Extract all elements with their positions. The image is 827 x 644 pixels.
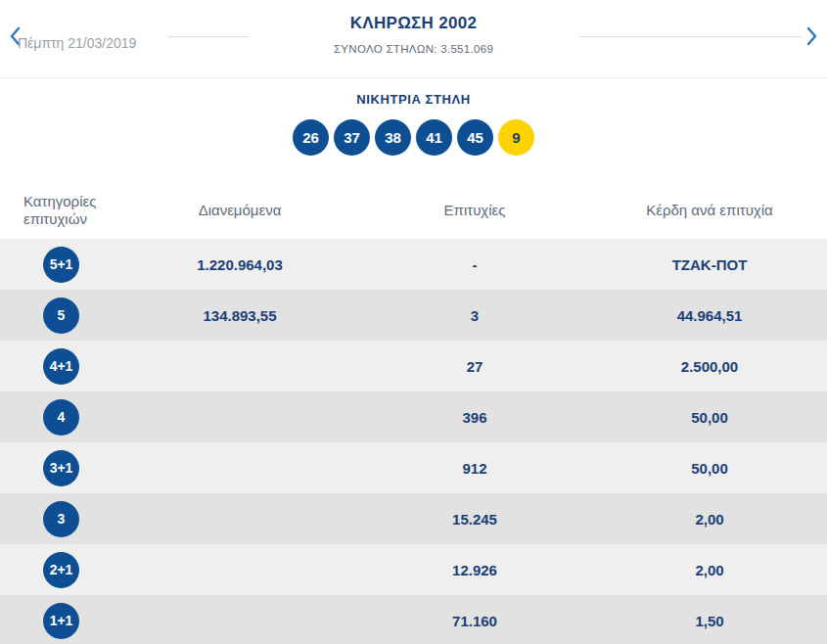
joker-draw-results-page: Πέμπτη 21/03/2019 ΚΛΗΡΩΣΗ 2002 ΣΥΝΟΛΟ ΣΤ… xyxy=(0,0,827,644)
divider-line-right xyxy=(578,36,802,37)
winning-number-ball: 45 xyxy=(457,119,493,156)
winning-number-ball: 41 xyxy=(416,119,452,156)
wins-value: 12.926 xyxy=(357,562,592,578)
table-row: 1+171.1601,50 xyxy=(0,595,827,644)
joker-number-ball: 9 xyxy=(498,119,534,156)
category-badge: 3+1 xyxy=(43,450,79,486)
category-badge: 1+1 xyxy=(43,603,79,639)
distributed-value: 134.893,55 xyxy=(122,307,357,324)
prize-table: Κατηγορίες επιτυχιών Διανεμόμενα Επιτυχί… xyxy=(0,181,827,644)
draw-header: Πέμπτη 21/03/2019 ΚΛΗΡΩΣΗ 2002 ΣΥΝΟΛΟ ΣΤ… xyxy=(0,0,827,78)
prize-value: 50,00 xyxy=(592,460,827,477)
prize-value: 44.964,51 xyxy=(592,307,827,324)
table-row: 5+11.220.964,03-ΤΖΑΚ-ΠΟΤ xyxy=(0,239,827,290)
prize-value: 2,00 xyxy=(592,562,827,578)
table-row: 4+1272.500,00 xyxy=(0,341,827,391)
col-header-prize-per-win: Κέρδη ανά επιτυχία xyxy=(592,202,827,218)
wins-value: 3 xyxy=(357,307,592,324)
next-draw-button[interactable] xyxy=(800,23,825,51)
prize-value: 2.500,00 xyxy=(592,358,827,375)
prize-table-header: Κατηγορίες επιτυχιών Διανεμόμενα Επιτυχί… xyxy=(0,181,827,239)
draw-date: Πέμπτη 21/03/2019 xyxy=(18,35,136,51)
winning-number-ball: 37 xyxy=(334,119,370,156)
category-badge: 3 xyxy=(43,501,79,537)
winning-numbers: 26373841459 xyxy=(0,119,827,156)
wins-value: - xyxy=(357,256,592,273)
table-row: 3+191250,00 xyxy=(0,442,827,493)
distributed-value: 1.220.964,03 xyxy=(122,256,357,273)
prize-value: ΤΖΑΚ-ΠΟΤ xyxy=(592,256,827,273)
wins-value: 71.160 xyxy=(357,613,592,629)
col-header-distributed: Διανεμόμενα xyxy=(122,202,357,218)
columns-total: ΣΥΝΟΛΟ ΣΤΗΛΩΝ: 3.551.069 xyxy=(334,43,493,55)
col-header-categories: Κατηγορίες επιτυχιών xyxy=(0,193,108,228)
table-row: 439650,00 xyxy=(0,391,827,442)
prize-value: 1,50 xyxy=(592,613,827,629)
winning-column-title: ΝΙΚΗΤΡΙΑ ΣΤΗΛΗ xyxy=(0,78,827,107)
wins-value: 396 xyxy=(357,409,592,426)
category-badge: 2+1 xyxy=(43,552,79,588)
draw-title: ΚΛΗΡΩΣΗ 2002 xyxy=(334,14,493,33)
wins-value: 27 xyxy=(357,358,592,375)
prize-value: 50,00 xyxy=(592,409,827,426)
category-badge: 4+1 xyxy=(43,348,79,385)
col-header-wins: Επιτυχίες xyxy=(357,202,592,218)
winning-number-ball: 38 xyxy=(375,119,411,156)
draw-title-block: ΚΛΗΡΩΣΗ 2002 ΣΥΝΟΛΟ ΣΤΗΛΩΝ: 3.551.069 xyxy=(334,14,493,55)
chevron-right-icon xyxy=(806,26,818,49)
table-row: 2+112.9262,00 xyxy=(0,544,827,595)
wins-value: 15.245 xyxy=(357,511,592,528)
category-badge: 5+1 xyxy=(43,247,79,283)
table-row: 315.2452,00 xyxy=(0,493,827,544)
wins-value: 912 xyxy=(357,460,592,477)
divider-line-left xyxy=(168,36,249,37)
winning-number-ball: 26 xyxy=(293,119,329,156)
table-row: 5134.893,55344.964,51 xyxy=(0,290,827,341)
category-badge: 5 xyxy=(43,298,79,334)
category-badge: 4 xyxy=(43,399,79,436)
prize-value: 2,00 xyxy=(592,511,827,528)
prize-table-body: 5+11.220.964,03-ΤΖΑΚ-ΠΟΤ5134.893,55344.9… xyxy=(0,239,827,644)
winning-column-section: ΝΙΚΗΤΡΙΑ ΣΤΗΛΗ 26373841459 xyxy=(0,78,827,181)
